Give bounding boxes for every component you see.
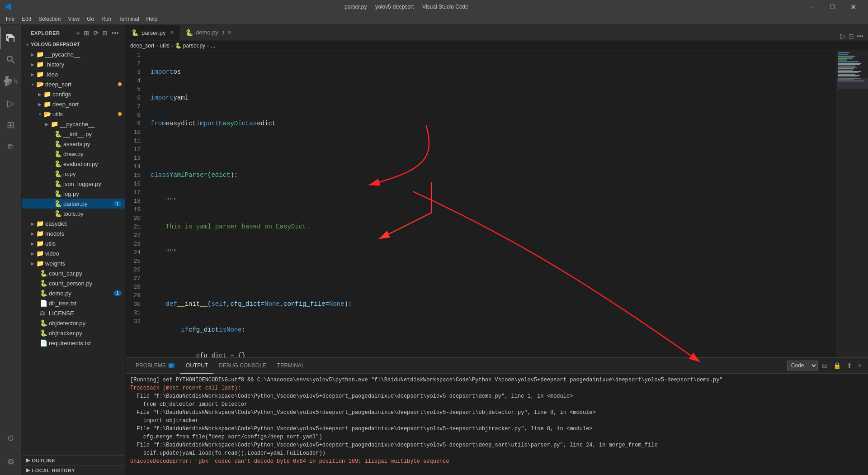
tree-item-dir-tree-txt[interactable]: ▶ 📄 dir_tree.txt xyxy=(22,298,125,308)
settings-icon[interactable]: ⚙ xyxy=(0,451,22,473)
tree-item-demo-py[interactable]: ▶ 🐍 demo.py 1 xyxy=(22,288,125,298)
tree-item-idea[interactable]: ▶ 📁 .idea xyxy=(22,69,125,79)
tree-label-easydict: easydict xyxy=(45,220,122,227)
breadcrumb-sep1: › xyxy=(156,43,158,49)
tree-item-video[interactable]: ▶ 📁 video xyxy=(22,248,125,258)
tree-label-utils2: utils xyxy=(45,240,122,247)
run-code-icon[interactable]: ▷ xyxy=(840,32,846,40)
tree-item-log-py[interactable]: ▶ 🐍 log.py xyxy=(22,189,125,199)
tree-item-objtracker-py[interactable]: ▶ 🐍 objtracker.py xyxy=(22,328,125,338)
close-button[interactable]: ✕ xyxy=(843,0,863,14)
panel-tab-problems[interactable]: PROBLEMS 2 xyxy=(130,358,180,374)
panel-content[interactable]: [Running] set PYTHONIOENCODING=utf8 && C… xyxy=(126,374,868,475)
minimize-button[interactable]: – xyxy=(801,0,822,14)
tree-label-idea: .idea xyxy=(45,71,122,78)
tree-item-objdetector-py[interactable]: ▶ 🐍 objdetector.py xyxy=(22,318,125,328)
tree-item-count-car-py[interactable]: ▶ 🐍 count_car.py xyxy=(22,268,125,278)
panel-clear-icon[interactable]: ⊟ xyxy=(820,361,829,370)
tree-item-pycache2[interactable]: ▶ 📁 __pycache__ xyxy=(22,119,125,129)
tree-item-configs[interactable]: ▶ 📁 configs xyxy=(22,89,125,99)
tree-item-evaluation-py[interactable]: ▶ 🐍 evaluation.py xyxy=(22,159,125,169)
breadcrumb-utils[interactable]: utils xyxy=(160,43,169,49)
sidebar-section-local-history[interactable]: ▶ LOCAL HISTORY xyxy=(22,465,125,475)
output-line-11: UnicodeDecodeError: 'gbk' codec can't de… xyxy=(130,457,863,466)
tab-parser-py[interactable]: 🐍 parser.py × xyxy=(126,25,180,40)
ln3: 3 xyxy=(126,68,141,76)
panel-tab-output[interactable]: OUTPUT xyxy=(180,358,213,374)
menu-view[interactable]: View xyxy=(64,15,83,23)
sidebar-section-outline[interactable]: ▶ OUTLINE xyxy=(22,455,125,465)
files-icon[interactable] xyxy=(0,27,21,49)
menu-help[interactable]: Help xyxy=(143,15,161,23)
menu-go[interactable]: Go xyxy=(83,15,98,23)
panel-maximize-icon[interactable]: ⬆ xyxy=(845,361,854,370)
outline-label: OUTLINE xyxy=(32,458,56,463)
refresh-icon[interactable]: ⟳ xyxy=(92,28,100,38)
code-content[interactable]: import os import yaml from easydict impo… xyxy=(146,51,836,357)
tree-item-history[interactable]: ▶ 📁 .history xyxy=(22,59,125,69)
menu-terminal[interactable]: Terminal xyxy=(115,15,142,23)
tree-item-deep-sort[interactable]: ▾ 📂 deep_sort xyxy=(22,79,125,89)
tree-item-license[interactable]: ▶ ⚖ LICENSE xyxy=(22,308,125,318)
new-folder-icon[interactable]: ⊞ xyxy=(83,28,90,38)
panel-controls: Code Python ⊟ 🔒 ⬆ × xyxy=(787,361,863,370)
tree-item-root[interactable]: ▾ YOLOV5-DEEPSORT xyxy=(22,39,125,49)
breadcrumb-more[interactable]: ... xyxy=(211,43,215,49)
menu-file[interactable]: File xyxy=(2,15,18,23)
more-tab-actions-icon[interactable]: ••• xyxy=(857,33,863,40)
new-file-icon[interactable]: + xyxy=(75,28,81,38)
output-source-select[interactable]: Code Python xyxy=(787,361,818,370)
ln11: 11 xyxy=(126,137,141,145)
tree-item-parser-py[interactable]: ▶ 🐍 parser.py 1 xyxy=(22,199,125,209)
tree-item-count-person-py[interactable]: ▶ 🐍 count_person.py xyxy=(22,278,125,288)
tree-item-pycache1[interactable]: ▶ 📁 __pycache__ xyxy=(22,49,125,59)
tree-item-models[interactable]: ▶ 📁 models xyxy=(22,228,125,238)
tab-close-demo[interactable]: × xyxy=(227,28,231,37)
tree-item-json-logger-py[interactable]: ▶ 🐍 json_logger.py xyxy=(22,179,125,189)
split-editor-icon[interactable]: ⊡ xyxy=(849,33,854,40)
window-controls: – □ ✕ xyxy=(801,0,863,14)
more-actions-icon[interactable]: ••• xyxy=(111,28,120,38)
extensions-icon[interactable]: ⊞ xyxy=(0,114,22,136)
panel-tab-debug-console[interactable]: DEBUG CONSOLE xyxy=(213,358,272,374)
ln6: 6 xyxy=(126,94,141,102)
tree-item-deep-sort2[interactable]: ▶ 📁 deep_sort xyxy=(22,99,125,109)
tree-item-utils2[interactable]: ▶ 📁 utils xyxy=(22,238,125,248)
tree-item-asserts-py[interactable]: ▶ 🐍 asserts.py xyxy=(22,139,125,149)
folder-icon: 📁 xyxy=(36,240,43,247)
panel-lock-icon[interactable]: 🔒 xyxy=(831,361,843,370)
run-debug-icon[interactable]: ▷ xyxy=(0,92,22,114)
tree-item-requirements-txt[interactable]: ▶ 📄 requirements.txt xyxy=(22,338,125,348)
code-editor[interactable]: 1 2 3 4 5 6 7 8 9 10 11 12 13 14 xyxy=(126,51,836,357)
ln14: 14 xyxy=(126,162,141,171)
ln20: 20 xyxy=(126,214,141,223)
tree-item-io-py[interactable]: ▶ 🐍 io.py xyxy=(22,169,125,179)
menu-run[interactable]: Run xyxy=(98,15,115,23)
tree-label-deep-sort: deep_sort xyxy=(45,81,116,88)
menu-edit[interactable]: Edit xyxy=(18,15,35,23)
panel-close-icon[interactable]: × xyxy=(856,361,863,370)
ln12: 12 xyxy=(126,145,141,154)
tree-label-tools-py: tools.py xyxy=(63,210,122,217)
breadcrumb-file[interactable]: 🐍parser.py xyxy=(175,43,205,49)
search-icon[interactable] xyxy=(0,49,22,71)
tree-label-init-py: __init__.py xyxy=(63,131,122,138)
tree-item-weights[interactable]: ▶ 📁 weights xyxy=(22,258,125,268)
collapse-all-icon[interactable]: ⊟ xyxy=(101,28,109,38)
tree-item-easydict[interactable]: ▶ 📁 easydict xyxy=(22,218,125,228)
testing-icon[interactable]: ⧉ xyxy=(0,136,22,157)
panel-tab-terminal[interactable]: TERMINAL xyxy=(272,358,310,374)
tree-item-init-py[interactable]: ▶ 🐍 __init__.py xyxy=(22,129,125,139)
tree-item-utils[interactable]: ▾ 📂 utils xyxy=(22,109,125,119)
account-icon[interactable]: ⊙ xyxy=(0,427,22,449)
tree-item-tools-py[interactable]: ▶ 🐍 tools.py xyxy=(22,209,125,218)
tab-demo-py[interactable]: 🐍 demo.py 1 × xyxy=(180,25,237,40)
source-control-icon[interactable]: ⑂ xyxy=(0,71,22,92)
breadcrumb-deep-sort[interactable]: deep_sort xyxy=(130,43,154,49)
tree-label-io-py: io.py xyxy=(63,171,122,177)
tab-close-parser[interactable]: × xyxy=(170,28,174,37)
menu-selection[interactable]: Selection xyxy=(35,15,64,23)
maximize-button[interactable]: □ xyxy=(822,0,843,14)
tree-item-draw-py[interactable]: ▶ 🐍 draw.py xyxy=(22,149,125,159)
tree-label-pycache1: __pycache__ xyxy=(45,51,122,58)
